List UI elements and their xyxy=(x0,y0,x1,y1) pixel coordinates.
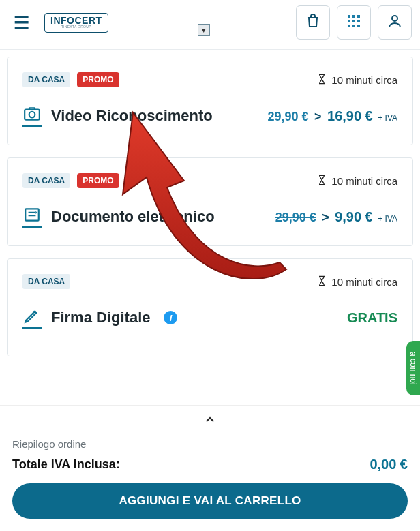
grid-icon xyxy=(346,13,362,32)
total-value: 0,00 € xyxy=(370,457,408,472)
info-icon[interactable]: i xyxy=(164,311,177,324)
promo-badge: PROMO xyxy=(77,173,119,188)
svg-rect-8 xyxy=(357,25,360,27)
price-new: 9,90 € xyxy=(335,209,373,224)
price-vat: + IVA xyxy=(378,214,397,224)
chevron-up-icon xyxy=(201,416,219,428)
app-header: ☰ INFOCERT TINEXTA GROUP xyxy=(0,0,420,45)
expand-sheet-button[interactable] xyxy=(12,414,408,429)
price-vat: + IVA xyxy=(378,113,397,123)
svg-rect-7 xyxy=(352,25,355,27)
price-old: 29,90 € xyxy=(268,110,309,123)
svg-point-11 xyxy=(29,112,35,118)
option-title: Documento elettronico xyxy=(51,208,215,226)
option-title: Firma Digitale xyxy=(51,309,150,327)
duration-label: 10 minuti circa xyxy=(316,74,397,87)
svg-rect-2 xyxy=(357,15,360,18)
hourglass-icon xyxy=(316,74,331,87)
svg-rect-5 xyxy=(357,20,360,22)
option-card-firma[interactable]: DA CASA 10 minuti circa Firma Digitale i… xyxy=(7,258,413,356)
logo[interactable]: INFOCERT TINEXTA GROUP xyxy=(44,13,108,33)
option-card-doc[interactable]: DA CASA PROMO 10 minuti circa Documento … xyxy=(7,157,413,246)
price-separator: > xyxy=(322,211,329,224)
pen-icon xyxy=(22,307,42,329)
total-row: Totale IVA inclusa: 0,00 € xyxy=(12,457,408,472)
card-top: DA CASA PROMO 10 minuti circa xyxy=(22,72,397,87)
option-title: Video Riconoscimento xyxy=(51,107,213,125)
card-top: DA CASA PROMO 10 minuti circa xyxy=(22,173,397,188)
cart-button[interactable] xyxy=(296,5,330,40)
card-body: Firma Digitale i GRATIS xyxy=(22,307,397,329)
card-top: DA CASA 10 minuti circa xyxy=(22,274,397,289)
price-block: 29,90 € > 9,90 € + IVA xyxy=(275,209,397,225)
source-badge: DA CASA xyxy=(22,173,70,188)
dropdown-arrow-icon[interactable]: ▾ xyxy=(198,24,210,36)
camera-icon xyxy=(22,105,42,127)
price-block: 29,90 € > 16,90 € + IVA xyxy=(268,108,397,124)
account-button[interactable] xyxy=(378,5,412,40)
option-card-video[interactable]: DA CASA PROMO 10 minuti circa Video Rico… xyxy=(7,57,413,145)
summary-heading: Riepilogo ordine xyxy=(12,438,408,450)
price-old: 29,90 € xyxy=(275,211,316,224)
shopping-bag-icon xyxy=(305,13,321,32)
total-label: Totale IVA inclusa: xyxy=(12,457,120,472)
duration-text: 10 minuti circa xyxy=(331,276,397,288)
duration-text: 10 minuti circa xyxy=(331,175,397,187)
promo-badge: PROMO xyxy=(77,72,119,87)
duration-label: 10 minuti circa xyxy=(316,175,397,187)
price-separator: > xyxy=(314,110,322,123)
logo-main: INFOCERT xyxy=(50,16,102,25)
order-summary-sheet: Riepilogo ordine Totale IVA inclusa: 0,0… xyxy=(0,405,420,531)
svg-rect-3 xyxy=(348,20,350,22)
add-to-cart-button[interactable]: AGGIUNGI E VAI AL CARRELLO xyxy=(12,483,408,519)
card-body: Documento elettronico 29,90 € > 9,90 € +… xyxy=(22,206,397,228)
apps-button[interactable] xyxy=(337,5,371,40)
svg-point-9 xyxy=(392,16,397,21)
options-list: DA CASA PROMO 10 minuti circa Video Rico… xyxy=(0,50,420,363)
svg-point-13 xyxy=(35,212,36,213)
chat-tab[interactable]: a con noi xyxy=(406,341,420,395)
duration-label: 10 minuti circa xyxy=(316,275,397,288)
duration-text: 10 minuti circa xyxy=(331,74,397,86)
svg-rect-6 xyxy=(348,25,350,27)
hourglass-icon xyxy=(316,275,331,288)
price-free: GRATIS xyxy=(347,310,397,325)
price-new: 16,90 € xyxy=(327,108,373,123)
user-icon xyxy=(387,13,403,32)
card-body: Video Riconoscimento 29,90 € > 16,90 € +… xyxy=(22,105,397,127)
source-badge: DA CASA xyxy=(22,274,70,289)
svg-rect-1 xyxy=(352,15,355,18)
menu-button[interactable]: ☰ xyxy=(8,10,35,36)
svg-rect-0 xyxy=(348,15,350,18)
source-badge: DA CASA xyxy=(22,72,70,87)
document-icon xyxy=(22,206,42,228)
svg-rect-4 xyxy=(352,20,355,22)
price-block: GRATIS xyxy=(347,310,397,326)
hourglass-icon xyxy=(316,175,331,187)
